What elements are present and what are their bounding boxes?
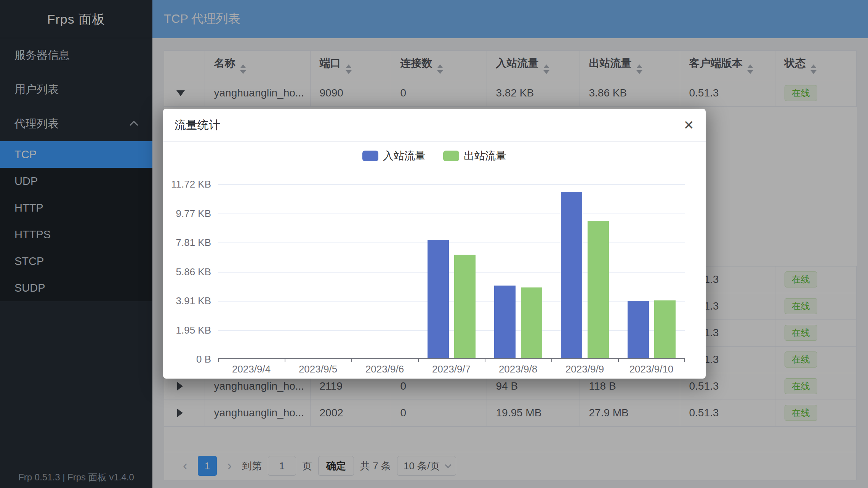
bar-出站流量-2023/9/8 xyxy=(521,287,542,358)
chart-y-axis-labels: 0 B1.95 KB3.91 KB5.86 KB7.81 KB9.77 KB11… xyxy=(163,184,211,359)
chart-gridline xyxy=(218,214,685,214)
x-axis-tick-mark xyxy=(551,358,552,362)
y-axis-tick-label: 3.91 KB xyxy=(163,295,211,307)
chart-gridline xyxy=(218,301,685,302)
x-axis-tick-mark xyxy=(485,358,485,362)
x-axis-tick-mark xyxy=(285,358,285,362)
y-axis-tick-label: 9.77 KB xyxy=(163,207,211,220)
x-axis-tick-label: 2023/9/6 xyxy=(351,363,418,375)
bar-入站流量-2023/9/7 xyxy=(428,240,449,358)
bar-出站流量-2023/9/10 xyxy=(654,300,676,358)
y-axis-tick-label: 7.81 KB xyxy=(163,236,211,249)
chart-gridline xyxy=(218,242,685,243)
x-axis-tick-label: 2023/9/4 xyxy=(218,363,285,375)
bar-入站流量-2023/9/10 xyxy=(628,301,649,358)
x-axis-tick-label: 2023/9/8 xyxy=(485,363,551,375)
x-axis-tick-mark xyxy=(418,358,419,362)
x-axis-tick-mark xyxy=(351,358,352,362)
x-axis-tick-label: 2023/9/7 xyxy=(418,363,485,375)
traffic-stats-modal: 流量统计 ✕ 入站流量出站流量 2023/9/42023/9/52023/9/6… xyxy=(163,109,706,379)
x-axis-tick-label: 2023/9/5 xyxy=(285,363,351,375)
y-axis-tick-label: 1.95 KB xyxy=(163,324,211,336)
bar-出站流量-2023/9/9 xyxy=(588,221,609,358)
x-axis-tick-mark xyxy=(618,358,619,362)
chart-gridline xyxy=(218,184,685,185)
y-axis-tick-label: 5.86 KB xyxy=(163,266,211,278)
chart-plot-area: 2023/9/42023/9/52023/9/62023/9/72023/9/8… xyxy=(218,184,685,359)
x-axis-tick-mark xyxy=(218,358,219,362)
traffic-bar-chart: 2023/9/42023/9/52023/9/62023/9/72023/9/8… xyxy=(163,109,706,379)
bar-入站流量-2023/9/9 xyxy=(561,192,582,358)
y-axis-tick-label: 11.72 KB xyxy=(163,178,211,190)
chart-gridline xyxy=(218,272,685,273)
bar-出站流量-2023/9/7 xyxy=(454,255,476,358)
y-axis-tick-label: 0 B xyxy=(163,353,211,365)
x-axis-tick-mark xyxy=(684,358,685,362)
bar-入站流量-2023/9/8 xyxy=(494,286,516,358)
chart-gridline xyxy=(218,330,685,331)
x-axis-tick-label: 2023/9/9 xyxy=(551,363,618,375)
x-axis-tick-label: 2023/9/10 xyxy=(618,363,685,375)
